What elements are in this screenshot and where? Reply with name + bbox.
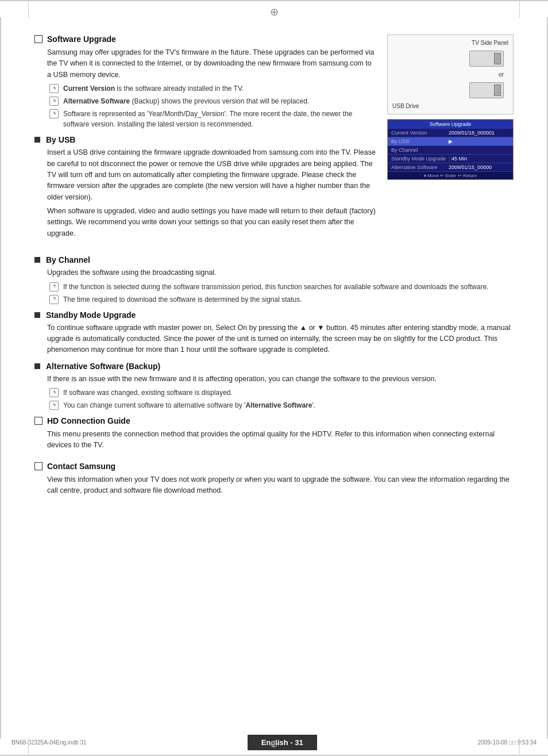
software-upgrade-header: Software Upgrade xyxy=(34,34,376,44)
sw-upgrade-footer: ♦ Move ↵ Enter ↩ Return xyxy=(388,172,513,179)
sw-upgrade-ui-title: Software Upgrade xyxy=(388,120,513,129)
top-border: ⊕ xyxy=(0,0,548,17)
contact-samsung-title: Contact Samsung xyxy=(47,462,115,471)
standby-mode-section: Standby Mode Upgrade To continue softwar… xyxy=(34,310,514,356)
top-left-corner xyxy=(0,1,29,18)
hd-connection-header: HD Connection Guide xyxy=(34,416,514,425)
sw-upgrade-ui-box: Software Upgrade Current Version 2009/01… xyxy=(387,119,514,180)
square-bullet-standby xyxy=(34,312,40,318)
by-channel-title: By Channel xyxy=(46,255,90,264)
note-text-2: Alternative Software (Backup) shows the … xyxy=(63,96,309,106)
sw-by-channel-row: By Channel xyxy=(388,146,513,155)
sw-by-channel-value xyxy=(449,147,510,153)
by-channel-body: Upgrades the software using the broadcas… xyxy=(34,267,514,304)
tv-slot-inner-top xyxy=(494,53,501,64)
software-upgrade-title: Software Upgrade xyxy=(47,34,116,44)
usb-drive-label: USB Drive xyxy=(392,103,508,109)
note-icon-ch2: ✎ xyxy=(49,295,59,304)
alternative-software-header: Alternative Software (Backup) xyxy=(34,362,514,371)
sw-by-channel-label: By Channel xyxy=(391,147,449,153)
sw-standby-label: Standby Mode Upgrade xyxy=(391,156,449,162)
tv-panel-label: TV Side Panel xyxy=(392,40,508,46)
main-content: Software Upgrade Samsung may offer upgra… xyxy=(34,23,514,497)
or-label: or xyxy=(499,70,504,79)
checkbox-icon-contact xyxy=(34,462,43,470)
checkbox-icon xyxy=(34,35,43,43)
by-channel-note2: ✎ The time required to download the soft… xyxy=(47,294,514,305)
hd-connection-title: HD Connection Guide xyxy=(47,416,130,425)
hd-connection-para: This menu presents the connection method… xyxy=(47,429,514,451)
note-icon-alt1: ✎ xyxy=(49,388,59,397)
left-border xyxy=(0,17,1,739)
sw-standby-value: : 45 Min xyxy=(449,156,510,162)
note-current-version: ✎ Current Version is the software alread… xyxy=(47,83,376,94)
by-usb-para2: When software is upgraded, video and aud… xyxy=(47,206,376,239)
note-icon-alt2: ✎ xyxy=(49,401,59,410)
software-upgrade-body: Samsung may offer upgrades for the TV's … xyxy=(34,47,376,129)
software-upgrade-left: Software Upgrade Samsung may offer upgra… xyxy=(34,34,376,245)
checkbox-icon-hd xyxy=(34,417,43,425)
tv-slot-top xyxy=(469,51,504,67)
note-icon-ch1: ✎ xyxy=(49,282,59,291)
page: ⊕ Software Upgrade Samsung may offer upg… xyxy=(0,0,548,756)
alt-note2: ✎ You can change current software to alt… xyxy=(47,400,514,410)
note-icon-1: ✎ xyxy=(49,84,59,93)
bottom-border: ⊕ xyxy=(0,739,548,756)
note-text-alt1: If software was changed, existing softwa… xyxy=(63,387,233,398)
hd-connection-body: This menu presents the connection method… xyxy=(34,429,514,451)
by-channel-section: By Channel Upgrades the software using t… xyxy=(34,255,514,304)
standby-mode-title: Standby Mode Upgrade xyxy=(46,310,136,320)
bottom-right-corner xyxy=(519,738,548,755)
sw-alternative-label: Alternative Software xyxy=(391,164,449,170)
note-text-ch1: If the function is selected during the s… xyxy=(63,282,488,292)
sw-alternative-value: 2009/01/15_00000 xyxy=(449,164,510,170)
note-text-3: Software is represented as 'Year/Month/D… xyxy=(63,109,376,129)
note-text-alt2: You can change current software to alter… xyxy=(63,400,315,410)
square-bullet-usb xyxy=(34,137,40,143)
bottom-compass-icon: ⊕ xyxy=(270,738,279,750)
square-bullet-channel xyxy=(34,257,40,263)
sw-current-version-value: 2009/01/18_000001 xyxy=(449,130,510,136)
note-icon-3: ✎ xyxy=(49,109,59,118)
contact-samsung-body: View this information when your TV does … xyxy=(34,474,514,497)
sw-current-version-row: Current Version 2009/01/18_000001 xyxy=(388,129,513,137)
sw-current-version-label: Current Version xyxy=(391,130,449,136)
by-usb-header: By USB xyxy=(34,135,376,144)
software-upgrade-right: TV Side Panel or USB Drive Software xyxy=(387,34,514,245)
standby-mode-header: Standby Mode Upgrade xyxy=(34,310,514,320)
alternative-software-para: If there is an issue with the new firmwa… xyxy=(47,374,514,385)
note-text-1: Current Version is the software already … xyxy=(63,83,244,94)
sw-by-usb-row: By USB ▶ xyxy=(388,137,513,146)
contact-samsung-section: Contact Samsung View this information wh… xyxy=(34,462,514,497)
by-usb-para1: Insert a USB drive containing the firmwa… xyxy=(47,147,376,203)
note-text-ch2: The time required to download the softwa… xyxy=(63,294,302,305)
tv-side-panel: or xyxy=(392,48,508,101)
by-usb-title: By USB xyxy=(46,135,75,144)
alt-note1: ✎ If software was changed, existing soft… xyxy=(47,387,514,398)
standby-mode-para: To continue software upgrade with master… xyxy=(47,323,514,356)
note-software-represented: ✎ Software is represented as 'Year/Month… xyxy=(47,109,376,129)
tv-slot-inner-bottom xyxy=(494,85,501,96)
software-upgrade-intro: Samsung may offer upgrades for the TV's … xyxy=(47,47,376,80)
tv-slot-bottom xyxy=(469,82,504,98)
alternative-software-title: Alternative Software (Backup) xyxy=(46,362,160,371)
sw-alternative-row: Alternative Software 2009/01/15_00000 xyxy=(388,163,513,172)
tv-diagram: TV Side Panel or USB Drive xyxy=(387,34,514,114)
alternative-software-section: Alternative Software (Backup) If there i… xyxy=(34,362,514,410)
by-usb-section: By USB Insert a USB drive containing the… xyxy=(34,135,376,239)
standby-mode-body: To continue software upgrade with master… xyxy=(34,323,514,356)
sw-standby-row: Standby Mode Upgrade : 45 Min xyxy=(388,155,513,163)
by-usb-body: Insert a USB drive containing the firmwa… xyxy=(34,147,376,239)
software-upgrade-section: Software Upgrade Samsung may offer upgra… xyxy=(34,34,514,245)
top-right-corner xyxy=(519,1,548,18)
note-icon-2: ✎ xyxy=(49,97,59,106)
by-channel-note1: ✎ If the function is selected during the… xyxy=(47,282,514,292)
contact-samsung-para: View this information when your TV does … xyxy=(47,474,514,497)
square-bullet-alt xyxy=(34,363,40,369)
by-channel-header: By Channel xyxy=(34,255,514,264)
by-channel-para: Upgrades the software using the broadcas… xyxy=(47,267,514,278)
top-compass-icon: ⊕ xyxy=(270,6,279,18)
hd-connection-section: HD Connection Guide This menu presents t… xyxy=(34,416,514,451)
bottom-left-corner xyxy=(0,738,29,755)
alternative-software-body: If there is an issue with the new firmwa… xyxy=(34,374,514,410)
